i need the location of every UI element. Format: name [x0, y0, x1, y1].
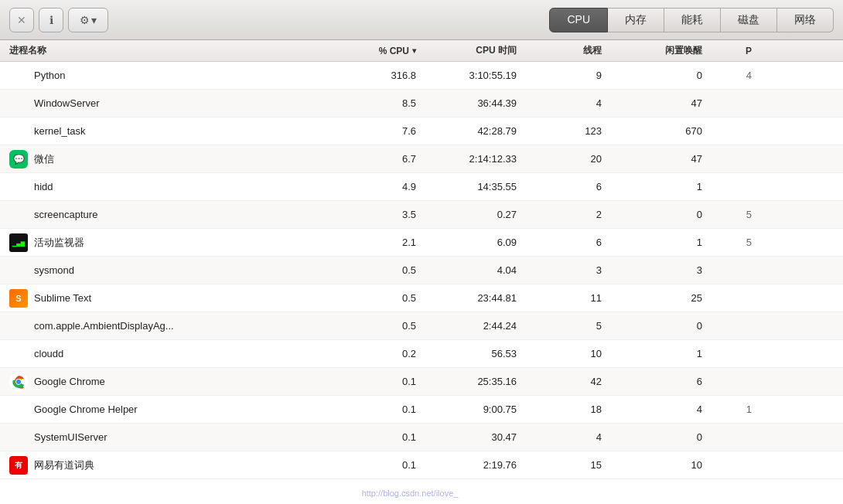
- cell-cputime: 36:44.39: [425, 97, 526, 109]
- cell-name: Google Chrome Helper: [0, 400, 333, 419]
- cell-name: S Sublime Text: [0, 289, 333, 308]
- cell-cpu: 0.1: [333, 404, 425, 415]
- header-name[interactable]: 进程名称: [0, 44, 333, 57]
- cell-cputime: 9:00.75: [425, 404, 526, 415]
- cell-cputime: 6.09: [425, 237, 526, 248]
- tab-memory[interactable]: 内存: [608, 8, 664, 32]
- cell-idle: 1: [611, 237, 712, 248]
- cell-cputime: 4.04: [425, 264, 526, 276]
- table-row[interactable]: kernel_task 7.6 42:28.79 123 670: [0, 117, 843, 145]
- cell-cputime: 0.27: [425, 209, 526, 220]
- tab-network[interactable]: 网络: [777, 8, 834, 32]
- header-idle[interactable]: 闲置唤醒: [611, 44, 712, 57]
- table-row[interactable]: Python 316.8 3:10:55.19 9 0 4: [0, 62, 843, 90]
- cell-threads: 10: [526, 348, 611, 359]
- table-row[interactable]: sysmond 0.5 4.04 3 3: [0, 257, 843, 284]
- cell-idle: 10: [611, 459, 712, 471]
- cell-threads: 123: [526, 125, 611, 137]
- tab-cpu[interactable]: CPU: [549, 8, 608, 32]
- table-row[interactable]: com.apple.AmbientDisplayAg... 0.5 2:44.2…: [0, 312, 843, 340]
- gear-icon: ⚙: [80, 14, 90, 26]
- cell-threads: 15: [526, 459, 611, 471]
- cell-cpu: 8.5: [333, 97, 425, 109]
- cell-cpu: 0.1: [333, 376, 425, 387]
- tab-energy[interactable]: 能耗: [664, 8, 721, 32]
- cell-cpu: 0.1: [333, 459, 425, 471]
- cell-threads: 3: [526, 264, 611, 276]
- cell-extra: 1: [712, 404, 758, 415]
- cell-extra: 4: [712, 70, 758, 81]
- cell-name: 💬 微信: [0, 150, 333, 169]
- cell-threads: 9: [526, 70, 611, 81]
- cell-idle: 47: [611, 97, 712, 109]
- cell-idle: 3: [611, 264, 712, 276]
- table-row[interactable]: Google Chrome Helper 0.1 9:00.75 18 4 1: [0, 396, 843, 424]
- cell-cpu: 316.8: [333, 70, 425, 81]
- header-extra: P: [712, 46, 758, 56]
- cell-threads: 4: [526, 431, 611, 443]
- cell-idle: 1: [611, 348, 712, 359]
- cell-idle: 25: [611, 292, 712, 304]
- table-row[interactable]: hidd 4.9 14:35.55 6 1: [0, 173, 843, 201]
- info-button[interactable]: ℹ: [39, 8, 63, 32]
- cell-cputime: 2:44.24: [425, 320, 526, 332]
- cell-threads: 42: [526, 376, 611, 387]
- cell-name: Python: [0, 66, 333, 85]
- header-cputime[interactable]: CPU 时间: [425, 44, 526, 57]
- svg-point-2: [16, 380, 21, 384]
- cell-threads: 5: [526, 320, 611, 332]
- cell-name: WindowServer: [0, 94, 333, 113]
- cell-threads: 4: [526, 97, 611, 109]
- table-row[interactable]: SystemUIServer 0.1 30.47 4 0: [0, 424, 843, 451]
- cell-threads: 18: [526, 404, 611, 415]
- table-row[interactable]: Google Chrome 0.1 25:35.16 42 6: [0, 368, 843, 396]
- cell-threads: 6: [526, 237, 611, 248]
- cell-cputime: 56.53: [425, 348, 526, 359]
- cell-cputime: 25:35.16: [425, 376, 526, 387]
- cell-name: 有 网易有道词典: [0, 456, 333, 475]
- table-row[interactable]: cloudd 0.2 56.53 10 1: [0, 340, 843, 368]
- cell-threads: 6: [526, 181, 611, 192]
- header-cpu[interactable]: % CPU ▾: [333, 46, 425, 56]
- cell-cpu: 2.1: [333, 237, 425, 248]
- table-row[interactable]: 💬 微信 6.7 2:14:12.33 20 47: [0, 145, 843, 173]
- cell-cputime: 42:28.79: [425, 125, 526, 137]
- cell-idle: 0: [611, 431, 712, 443]
- close-button[interactable]: ✕: [9, 8, 34, 32]
- cell-cputime: 23:44.81: [425, 292, 526, 304]
- cell-cputime: 2:14:12.33: [425, 153, 526, 165]
- cell-name: hidd: [0, 178, 333, 196]
- cell-threads: 11: [526, 292, 611, 304]
- table-row[interactable]: screencapture 3.5 0.27 2 0 5: [0, 201, 843, 229]
- gear-button[interactable]: ⚙ ▾: [68, 8, 108, 32]
- youdao-icon: 有: [9, 456, 28, 475]
- gear-arrow-icon: ▾: [91, 14, 97, 26]
- cell-cputime: 3:10:55.19: [425, 70, 526, 81]
- cell-extra: 5: [712, 237, 758, 248]
- cell-idle: 4: [611, 404, 712, 415]
- table-header: 进程名称 % CPU ▾ CPU 时间 线程 闲置唤醒 P: [0, 40, 843, 62]
- cell-name: SystemUIServer: [0, 428, 333, 447]
- cell-cputime: 14:35.55: [425, 181, 526, 192]
- info-icon: ℹ: [49, 14, 53, 26]
- table-row[interactable]: S Sublime Text 0.5 23:44.81 11 25: [0, 284, 843, 312]
- cell-idle: 0: [611, 209, 712, 220]
- table-row[interactable]: WindowServer 8.5 36:44.39 4 47: [0, 90, 843, 117]
- close-icon: ✕: [17, 14, 26, 26]
- sublime-text-icon: S: [9, 289, 28, 308]
- cell-cpu: 6.7: [333, 153, 425, 165]
- cell-name: Google Chrome: [0, 373, 333, 391]
- cell-cpu: 0.5: [333, 292, 425, 304]
- cell-cpu: 0.2: [333, 348, 425, 359]
- process-table: 进程名称 % CPU ▾ CPU 时间 线程 闲置唤醒 P Python 316…: [0, 40, 843, 504]
- table-row[interactable]: ▁▃▅ 活动监视器 2.1 6.09 6 1 5: [0, 229, 843, 257]
- header-threads[interactable]: 线程: [526, 44, 611, 57]
- cell-cputime: 30.47: [425, 431, 526, 443]
- cell-idle: 6: [611, 376, 712, 387]
- chrome-icon: [9, 373, 28, 391]
- table-row[interactable]: 有 网易有道词典 0.1 2:19.76 15 10: [0, 451, 843, 479]
- toolbar: ✕ ℹ ⚙ ▾ CPU 内存 能耗 磁盘 网络: [0, 0, 843, 40]
- cell-threads: 2: [526, 209, 611, 220]
- tab-disk[interactable]: 磁盘: [721, 8, 777, 32]
- cell-cpu: 0.5: [333, 320, 425, 332]
